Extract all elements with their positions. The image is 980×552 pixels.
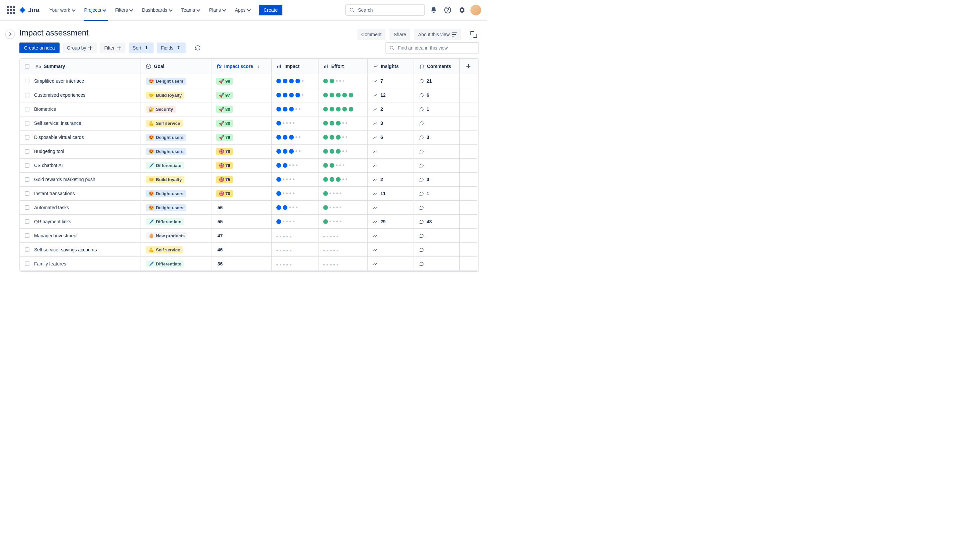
cell-summary[interactable]: Gold rewards marketing push	[20, 173, 141, 187]
cell-comments[interactable]: 6	[414, 88, 460, 102]
cell-comments[interactable]: 1	[414, 102, 460, 116]
nav-item-filters[interactable]: Filters	[111, 0, 138, 20]
cell-effort[interactable]	[318, 131, 368, 145]
app-switcher-icon[interactable]	[6, 5, 15, 15]
cell-effort[interactable]	[318, 74, 368, 88]
column-effort[interactable]: Effort	[318, 59, 368, 74]
cell-insights[interactable]: 11	[368, 187, 414, 201]
cell-summary[interactable]: Disposable virtual cards	[20, 131, 141, 145]
table-row[interactable]: Customised experiences🤝Build loyalty🚀 97…	[20, 88, 479, 102]
table-row[interactable]: Gold rewards marketing push🤝Build loyalt…	[20, 173, 479, 187]
cell-impact-score[interactable]: 47	[212, 229, 272, 243]
group-by-button[interactable]: Group by	[63, 43, 97, 53]
cell-summary[interactable]: Budgeting tool	[20, 145, 141, 159]
about-view-button[interactable]: About this view	[414, 29, 461, 40]
cell-effort[interactable]	[318, 201, 368, 215]
cell-goal[interactable]: 🤝Build loyalty	[141, 88, 212, 102]
sort-button[interactable]: Sort1	[129, 43, 154, 53]
create-button[interactable]: Create	[259, 5, 282, 15]
cell-insights[interactable]: 6	[368, 131, 414, 145]
row-checkbox[interactable]	[25, 247, 29, 252]
cell-impact-score[interactable]: 🎯 78	[212, 145, 272, 159]
sidebar-expand-button[interactable]	[5, 29, 15, 39]
cell-goal[interactable]: 🖊️Differentiate	[141, 257, 212, 271]
cell-summary[interactable]: Instant transactions	[20, 187, 141, 201]
cell-insights[interactable]	[368, 257, 414, 271]
cell-impact[interactable]	[272, 201, 318, 215]
cell-goal[interactable]: 😍Delight users	[141, 145, 212, 159]
nav-item-your-work[interactable]: Your work	[46, 0, 80, 20]
cell-goal[interactable]: 🤝Build loyalty	[141, 173, 212, 187]
cell-comments[interactable]	[414, 201, 460, 215]
cell-impact-score[interactable]: 46	[212, 243, 272, 257]
nav-item-teams[interactable]: Teams	[177, 0, 205, 20]
cell-impact[interactable]	[272, 88, 318, 102]
cell-goal[interactable]: 🖊️Differentiate	[141, 159, 212, 173]
global-search-input[interactable]	[357, 7, 421, 13]
cell-effort[interactable]	[318, 145, 368, 159]
cell-comments[interactable]	[414, 116, 460, 131]
cell-insights[interactable]: 2	[368, 173, 414, 187]
column-insights[interactable]: Insights	[368, 59, 414, 74]
cell-effort[interactable]	[318, 88, 368, 102]
cell-comments[interactable]	[414, 145, 460, 159]
cell-impact-score[interactable]: 🎯 76	[212, 159, 272, 173]
cell-impact[interactable]	[272, 74, 318, 88]
cell-insights[interactable]	[368, 243, 414, 257]
cell-insights[interactable]: 29	[368, 215, 414, 229]
cell-insights[interactable]	[368, 229, 414, 243]
cell-impact[interactable]	[272, 131, 318, 145]
cell-comments[interactable]: 3	[414, 131, 460, 145]
cell-goal[interactable]: 🔐Security	[141, 102, 212, 116]
cell-effort[interactable]	[318, 116, 368, 131]
cell-insights[interactable]: 2	[368, 102, 414, 116]
cell-impact-score[interactable]: 36	[212, 257, 272, 271]
cell-goal[interactable]: 🥚New products	[141, 229, 212, 243]
row-checkbox[interactable]	[25, 262, 29, 266]
cell-goal[interactable]: 🖊️Differentiate	[141, 215, 212, 229]
select-all-checkbox[interactable]	[25, 64, 29, 69]
cell-insights[interactable]	[368, 159, 414, 173]
view-search[interactable]	[385, 42, 479, 54]
row-checkbox[interactable]	[25, 219, 29, 224]
table-row[interactable]: Budgeting tool😍Delight users🎯 78	[20, 145, 479, 159]
table-row[interactable]: Automated tasks😍Delight users56	[20, 201, 479, 215]
row-checkbox[interactable]	[25, 135, 29, 140]
column-goal[interactable]: Goal	[141, 59, 212, 74]
cell-impact-score[interactable]: 🚀 98	[212, 74, 272, 88]
cell-goal[interactable]: 💪Self service	[141, 243, 212, 257]
fields-button[interactable]: Fields7	[157, 43, 186, 53]
nav-item-dashboards[interactable]: Dashboards	[138, 0, 177, 20]
cell-summary[interactable]: Automated tasks	[20, 201, 141, 215]
table-row[interactable]: CS chatbot AI🖊️Differentiate🎯 76	[20, 159, 479, 173]
cell-impact-score[interactable]: 56	[212, 201, 272, 215]
cell-comments[interactable]: 21	[414, 74, 460, 88]
nav-item-projects[interactable]: Projects	[80, 0, 111, 20]
comment-button[interactable]: Comment	[357, 29, 386, 40]
cell-insights[interactable]	[368, 145, 414, 159]
cell-impact[interactable]	[272, 173, 318, 187]
cell-goal[interactable]: 😍Delight users	[141, 131, 212, 145]
cell-insights[interactable]: 3	[368, 116, 414, 131]
user-avatar[interactable]	[471, 5, 481, 15]
cell-effort[interactable]	[318, 187, 368, 201]
row-checkbox[interactable]	[25, 107, 29, 112]
cell-impact[interactable]	[272, 116, 318, 131]
cell-goal[interactable]: 💪Self service	[141, 116, 212, 131]
cell-comments[interactable]	[414, 257, 460, 271]
cell-comments[interactable]	[414, 229, 460, 243]
cell-effort[interactable]	[318, 215, 368, 229]
cell-effort[interactable]	[318, 229, 368, 243]
cell-impact[interactable]	[272, 145, 318, 159]
table-row[interactable]: Self service: insurance💪Self service🚀 80…	[20, 116, 479, 131]
cell-goal[interactable]: 😍Delight users	[141, 74, 212, 88]
table-row[interactable]: Self service: savings accounts💪Self serv…	[20, 243, 479, 257]
cell-impact-score[interactable]: 🎯 70	[212, 187, 272, 201]
row-checkbox[interactable]	[25, 149, 29, 154]
add-column-button[interactable]	[460, 59, 477, 74]
cell-impact[interactable]	[272, 243, 318, 257]
cell-effort[interactable]	[318, 257, 368, 271]
cell-summary[interactable]: Customised experiences	[20, 88, 141, 102]
cell-goal[interactable]: 😍Delight users	[141, 201, 212, 215]
cell-impact-score[interactable]: 🚀 80	[212, 102, 272, 116]
